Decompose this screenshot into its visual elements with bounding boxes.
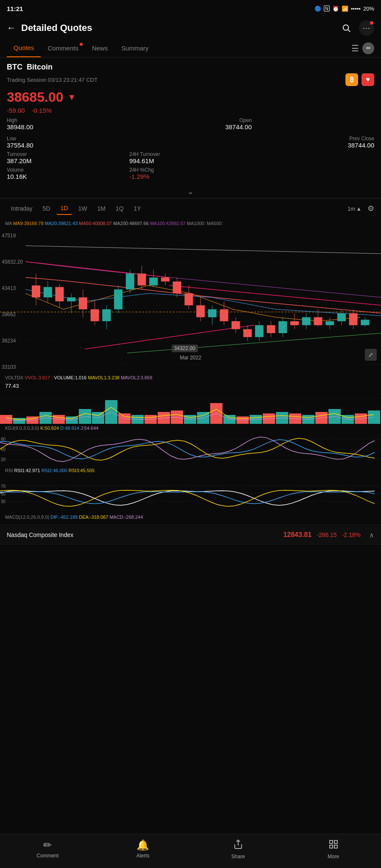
search-button[interactable] [339,20,354,36]
turnover24h-item: 24H Turnover 994.61M [129,151,252,164]
svg-rect-3 [330,840,333,843]
price-change: -59.00 [7,107,25,114]
tab-comments[interactable]: Comments [41,39,85,57]
volume-chart-canvas [0,390,381,424]
index-bar: Nasdaq Composite Index 12843.81 -286.15 … [0,525,381,545]
svg-point-0 [343,25,349,31]
price-direction-icon: ▼ [67,92,76,102]
rsi-indicators: RSI RSI1:42.971 RSI2:46.000 RSI3:45.505 [0,466,381,475]
nav-share[interactable]: Share [191,837,286,861]
comments-dot [80,43,83,46]
btc-icon[interactable]: ₿ [345,73,358,86]
interval-button[interactable]: 1m ▲ [348,206,362,212]
kdj-chart-canvas [0,432,381,466]
rsi-chart-canvas [0,475,381,513]
prev-close-item: Prev Close 38744.00 [252,136,374,149]
period-1w[interactable]: 1W [74,203,91,214]
price-change-pct: -0.15% [32,107,52,114]
tab-menu: ☰ ✏ [351,42,374,54]
expand-button[interactable]: ⌄ [0,185,381,198]
bottom-nav: ✏ Comment 🔔 Alerts Share More [0,834,381,868]
rsi-chart [0,475,381,513]
low-item: Low 37554.80 [7,136,129,149]
chart-date-label: Mar 2022 [180,355,201,361]
index-change: -286.15 [317,531,337,538]
chart-settings-icon[interactable]: ⚙ [367,204,374,213]
bluetooth-icon: 🔵 [314,6,321,12]
status-time: 11:21 [7,5,23,12]
nav-comment[interactable]: ✏ Comment [0,837,95,861]
more-button[interactable]: ··· [359,20,374,36]
period-1y[interactable]: 1Y [130,203,145,214]
kdj-chart [0,432,381,466]
volume-indicators: VOLTDX VVOL:3.817 : VOLUME:1.016 MAVOL1:… [0,373,381,382]
svg-rect-4 [334,840,337,843]
period-intraday[interactable]: Intraday [7,203,37,214]
volume-chart [0,390,381,424]
stock-info: BTC Bitcoin Trading Session 03/13 23:21:… [0,58,381,86]
header: ← Detailed Quotes ··· [0,17,381,39]
chart-y-labels: 47519 45832.20 43413 39662 36234 33103 [2,229,23,373]
alerts-icon: 🔔 [136,839,149,851]
tab-summary[interactable]: Summary [114,39,155,57]
trading-session-row: Trading Session 03/13 23:21:47 CDT ₿ ♥ [7,73,374,86]
ma-indicators: MA MA9:39169.78 MA20:39821.43 MA50:40008… [0,218,381,229]
tab-quotes[interactable]: Quotes [7,39,41,57]
svg-rect-5 [330,845,333,848]
edit-icon[interactable]: ✏ [362,42,374,54]
open-item: Open 38744.00 [129,117,252,131]
main-chart-area: 47519 45832.20 43413 39662 36234 33103 3… [0,229,381,373]
chg24h-item: 24H %Chg -1.29% [129,167,252,180]
period-1q[interactable]: 1Q [111,203,128,214]
tab-bar: Quotes Comments News Summary ☰ ✏ [0,39,381,58]
hamburger-icon[interactable]: ☰ [351,43,359,53]
page-title: Detailed Quotes [21,22,334,33]
alarm-icon: ⏰ [332,6,339,12]
volume-item: Volume 10.16K [7,167,129,180]
signal-icon: ▪▪▪▪▪ [351,6,361,12]
macd-indicators: MACD(12.0,26.0,9.0) DIF:-452.189 DEA:-31… [0,513,381,521]
more-grid-icon [328,839,339,852]
wifi-icon: 📶 [342,6,348,12]
notification-dot [370,21,373,25]
index-name: Nasdaq Composite Index [7,531,278,538]
chart-settings: 1m ▲ ⚙ [348,204,374,213]
stock-name: BTC Bitcoin [7,63,374,72]
nfc-icon: N [324,6,330,11]
battery-icon: 20% [363,6,374,12]
period-1m[interactable]: 1M [93,203,109,214]
kdj-indicators: KDJ(9.0,3.0,3.0) K:50.824 D:48.914 J:54.… [0,424,381,432]
favorite-icon[interactable]: ♥ [362,73,374,86]
tab-news[interactable]: News [85,39,115,57]
voltdx-value: 77.43 [5,383,376,389]
share-icon [233,839,243,852]
status-icons: 🔵 N ⏰ 📶 ▪▪▪▪▪ 20% [314,6,374,12]
index-price: 12843.81 [283,531,311,539]
period-5d[interactable]: 5D [39,203,55,214]
svg-line-1 [348,30,350,32]
comment-icon: ✏ [43,839,52,851]
index-pct: -2.18% [342,531,361,538]
turnover-item: Turnover 387.20M [7,151,129,164]
trading-session-label: Trading Session 03/13 23:21:47 CDT [7,77,97,83]
price-changes: -59.00 -0.15% [7,107,374,114]
nav-more[interactable]: More [286,837,381,861]
price-value: 38685.00 [7,89,63,105]
high-item: High 38948.00 [7,117,129,131]
nav-alerts[interactable]: 🔔 Alerts [95,837,191,861]
status-bar: 11:21 🔵 N ⏰ 📶 ▪▪▪▪▪ 20% [0,0,381,17]
price-grid-2: Turnover 387.20M 24H Turnover 994.61M Vo… [7,151,374,180]
price-main: 38685.00 ▼ [7,89,374,105]
svg-rect-6 [334,845,337,848]
back-button[interactable]: ← [7,22,16,33]
index-chevron-icon[interactable]: ∧ [369,531,374,539]
chart-period-tabs: Intraday 5D 1D 1W 1M 1Q 1Y 1m ▲ ⚙ [0,198,381,218]
chart-price-label: 34322.00 [172,345,198,352]
stock-action-icons: ₿ ♥ [345,73,374,86]
period-1d[interactable]: 1D [56,202,72,215]
price-section: 38685.00 ▼ -59.00 -0.15% High 38948.00 O… [0,86,381,185]
price-grid: High 38948.00 Open 38744.00 Low 37554.80… [7,117,374,149]
fullscreen-button[interactable]: ⤢ [365,349,377,361]
